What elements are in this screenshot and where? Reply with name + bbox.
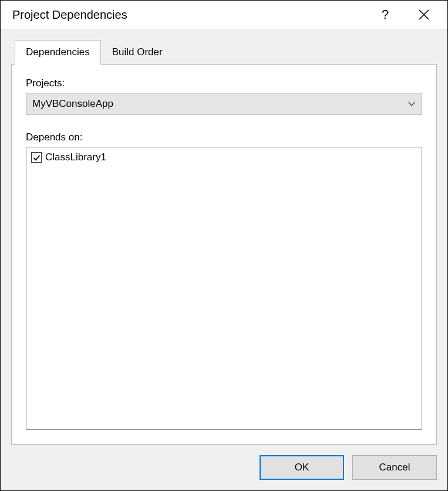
projects-combobox[interactable]: MyVBConsoleApp [26, 93, 422, 115]
dependencies-listbox[interactable]: ClassLibrary1 [26, 147, 422, 430]
titlebar: Project Dependencies ? [1, 1, 447, 29]
help-button[interactable]: ? [373, 4, 397, 25]
help-icon: ? [382, 7, 389, 22]
button-label: Cancel [379, 462, 410, 473]
depends-on-label: Depends on: [26, 132, 422, 143]
tab-label: Build Order [112, 46, 163, 58]
tab-panel-dependencies: Projects: MyVBConsoleApp Depends on: Cla… [11, 64, 437, 445]
close-icon [419, 9, 429, 20]
close-button[interactable] [412, 4, 436, 25]
tab-label: Dependencies [26, 46, 90, 58]
button-label: OK [295, 462, 309, 473]
list-item: ClassLibrary1 [31, 151, 417, 164]
tab-strip: Dependencies Build Order [11, 40, 437, 64]
dependency-checkbox[interactable] [31, 152, 42, 163]
chevron-down-icon [407, 100, 416, 108]
cancel-button[interactable]: Cancel [352, 455, 437, 480]
projects-label: Projects: [26, 78, 422, 89]
checkmark-icon [33, 154, 41, 162]
tab-dependencies[interactable]: Dependencies [15, 40, 101, 65]
window-title: Project Dependencies [12, 8, 373, 22]
tab-build-order[interactable]: Build Order [101, 40, 174, 64]
combobox-selected-text: MyVBConsoleApp [32, 98, 407, 110]
client-area: Dependencies Build Order Projects: MyVBC… [1, 29, 447, 490]
dialog-button-row: OK Cancel [11, 445, 437, 480]
dialog-window: Project Dependencies ? Dependencies Buil… [0, 0, 448, 491]
dependency-label: ClassLibrary1 [45, 152, 106, 163]
titlebar-buttons: ? [373, 4, 442, 25]
ok-button[interactable]: OK [260, 455, 344, 480]
